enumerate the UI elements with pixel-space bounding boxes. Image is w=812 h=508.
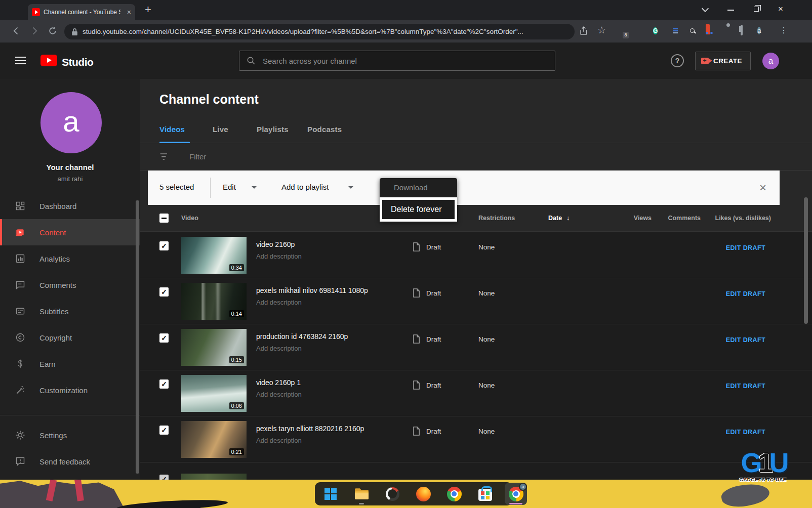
sidebar-item-subtitles[interactable]: Subtitles: [0, 298, 140, 324]
video-thumbnail[interactable]: [181, 474, 247, 480]
row-checkbox[interactable]: [159, 241, 169, 250]
column-views[interactable]: Views: [634, 215, 652, 222]
tab-live[interactable]: Live: [213, 125, 228, 134]
browser-tab[interactable]: Channel content - YouTube Studi ×: [28, 4, 135, 20]
window-restore-button[interactable]: [754, 7, 759, 12]
channel-search-box[interactable]: [239, 51, 555, 71]
table-row[interactable]: 0:06 video 2160p 1 Add description Draft…: [140, 370, 812, 416]
column-restrictions[interactable]: Restrictions: [478, 215, 515, 222]
sidebar-item-comments[interactable]: Comments: [0, 272, 140, 298]
table-row-partial[interactable]: [140, 462, 812, 480]
column-date[interactable]: Date: [548, 215, 562, 222]
sidebar-item-copyright[interactable]: Copyright: [0, 324, 140, 351]
row-checkbox[interactable]: [159, 333, 169, 343]
hamburger-menu-icon[interactable]: [15, 57, 26, 64]
row-checkbox[interactable]: [159, 475, 169, 480]
filter-bar[interactable]: Filter: [140, 143, 812, 171]
video-title[interactable]: pexels mikhail nilov 6981411 1080p: [256, 286, 368, 294]
sidebar-item-earn[interactable]: Earn: [0, 351, 140, 377]
clear-selection-button[interactable]: ×: [759, 181, 766, 195]
video-thumbnail[interactable]: 0:14: [181, 283, 247, 320]
studio-brand[interactable]: Studio: [62, 56, 93, 68]
sidebar-item-settings[interactable]: Settings: [0, 422, 140, 448]
column-comments[interactable]: Comments: [668, 215, 701, 222]
content-scrollbar[interactable]: [804, 197, 808, 324]
sidebar-item-dashboard[interactable]: Dashboard: [0, 193, 140, 219]
forward-icon[interactable]: [29, 26, 39, 36]
tab-close-icon[interactable]: ×: [127, 9, 131, 16]
browser-profile-avatar[interactable]: a: [757, 25, 767, 35]
sidebar-item-send-feedback[interactable]: Send feedback: [0, 448, 140, 475]
edit-draft-link[interactable]: EDIT DRAFT: [726, 383, 765, 390]
search-app-button[interactable]: [381, 483, 403, 505]
extensions-puzzle-icon[interactable]: [724, 26, 734, 36]
browser-menu-icon[interactable]: ⋮: [780, 25, 790, 35]
row-checkbox[interactable]: [159, 379, 169, 389]
table-row[interactable]: 0:21 pexels taryn elliott 8820216 2160p …: [140, 416, 812, 462]
video-title[interactable]: video 2160p 1: [256, 378, 301, 387]
file-explorer-button[interactable]: [350, 483, 373, 505]
video-title[interactable]: production id 4763824 2160p: [256, 332, 348, 341]
side-panel-icon[interactable]: [741, 26, 751, 36]
shield-extension-icon[interactable]: [636, 26, 646, 36]
video-description[interactable]: Add description: [256, 345, 302, 352]
account-avatar[interactable]: a: [762, 53, 779, 69]
sort-arrow-icon[interactable]: ↓: [566, 215, 570, 222]
new-tab-button[interactable]: +: [145, 3, 151, 16]
back-icon[interactable]: [11, 26, 21, 36]
edit-caret-icon[interactable]: [252, 186, 257, 189]
tab-playlists[interactable]: Playlists: [257, 125, 289, 134]
video-thumbnail[interactable]: 0:21: [181, 421, 247, 458]
help-icon[interactable]: ?: [671, 54, 684, 67]
chrome-button[interactable]: [443, 483, 465, 505]
reload-icon[interactable]: [48, 26, 58, 36]
sidebar-item-customization[interactable]: Customization: [0, 377, 140, 403]
ublock-extension-icon[interactable]: 8: [619, 26, 629, 36]
row-checkbox[interactable]: [159, 426, 169, 435]
channel-avatar[interactable]: a: [40, 92, 102, 153]
video-thumbnail[interactable]: 0:06: [181, 375, 247, 412]
sidebar-scrollbar[interactable]: [136, 200, 139, 474]
menu-item-delete-forever[interactable]: Delete forever: [391, 205, 442, 214]
youtube-logo-icon[interactable]: [40, 55, 57, 66]
share-icon[interactable]: [579, 26, 589, 36]
video-title[interactable]: pexels taryn elliott 8820216 2160p: [256, 425, 364, 433]
window-close-button[interactable]: ×: [778, 4, 783, 14]
docs-extension-icon[interactable]: [671, 26, 681, 36]
chrome-active-button[interactable]: a: [505, 483, 527, 505]
search-extension-icon[interactable]: [687, 26, 698, 36]
table-row[interactable]: 0:15 production id 4763824 2160p Add des…: [140, 324, 812, 370]
grammarly-extension-icon[interactable]: G: [653, 26, 663, 36]
menu-item-delete-forever-highlight[interactable]: Delete forever: [380, 197, 457, 222]
column-likes[interactable]: Likes (vs. dislikes): [715, 215, 771, 222]
video-description[interactable]: Add description: [256, 252, 302, 260]
firefox-button[interactable]: [412, 483, 434, 505]
video-description[interactable]: Add description: [256, 437, 302, 444]
magnet-extension-icon[interactable]: [706, 26, 716, 36]
video-thumbnail[interactable]: 0:15: [181, 329, 247, 366]
window-minimize-button[interactable]: [727, 10, 734, 11]
add-to-playlist-caret-icon[interactable]: [348, 186, 353, 189]
video-title[interactable]: video 2160p: [256, 240, 295, 248]
row-checkbox[interactable]: [159, 287, 169, 297]
tab-search-chevron-icon[interactable]: [703, 6, 708, 12]
video-thumbnail[interactable]: 0:34: [181, 237, 247, 274]
edit-draft-link[interactable]: EDIT DRAFT: [726, 244, 765, 251]
edit-draft-link[interactable]: EDIT DRAFT: [726, 429, 765, 436]
add-to-playlist-dropdown[interactable]: Add to playlist: [281, 183, 329, 191]
edit-dropdown[interactable]: Edit: [223, 183, 236, 191]
tab-podcasts[interactable]: Podcasts: [307, 125, 342, 134]
video-description[interactable]: Add description: [256, 299, 302, 306]
sidebar-item-analytics[interactable]: Analytics: [0, 245, 140, 272]
create-button[interactable]: CREATE: [695, 52, 751, 70]
edit-draft-link[interactable]: EDIT DRAFT: [726, 336, 765, 344]
tab-videos[interactable]: Videos: [159, 125, 185, 134]
bookmark-star-icon[interactable]: ☆: [597, 24, 606, 36]
address-bar[interactable]: studio.youtube.com/channel/UCIDuXR45E_BV…: [64, 24, 575, 39]
table-row[interactable]: 0:34 video 2160p Add description Draft N…: [140, 232, 812, 278]
start-button[interactable]: [319, 483, 342, 505]
video-description[interactable]: Add description: [256, 391, 302, 398]
sidebar-item-content[interactable]: Content: [0, 219, 140, 245]
select-all-checkbox[interactable]: [159, 214, 169, 223]
menu-item-download[interactable]: Download: [380, 178, 457, 197]
